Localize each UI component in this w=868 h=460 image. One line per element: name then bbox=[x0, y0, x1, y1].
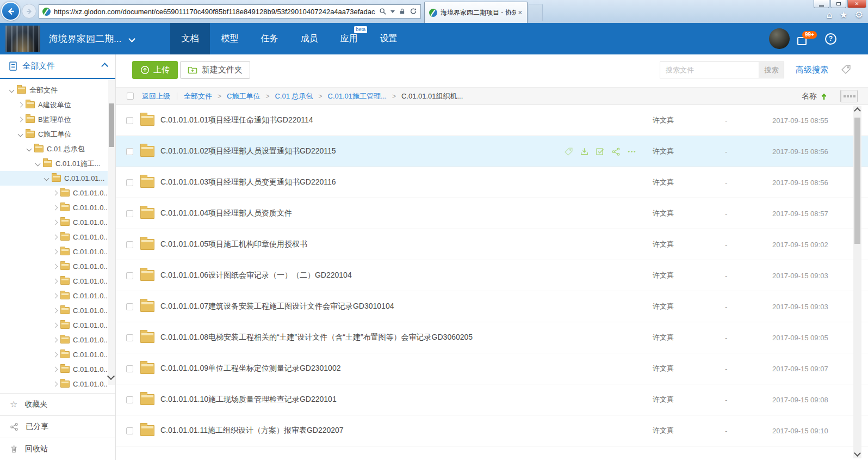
tree-item[interactable]: C.01.01.0... bbox=[0, 230, 108, 244]
file-row[interactable]: C.01.01.01.09单位工程坐标定位测量记录GD2301002许文真-20… bbox=[116, 353, 868, 384]
back-to-parent-link[interactable]: 返回上级 bbox=[142, 91, 170, 101]
scrollbar-thumb[interactable] bbox=[109, 103, 114, 147]
tree-expand-icon[interactable] bbox=[35, 161, 41, 167]
tree-expand-icon[interactable] bbox=[18, 102, 23, 108]
more-icon[interactable] bbox=[627, 147, 636, 156]
nav-tab[interactable]: 模型 bbox=[210, 23, 250, 54]
row-checkbox[interactable] bbox=[126, 179, 133, 186]
nav-tab[interactable]: 应用beta bbox=[329, 23, 369, 54]
project-thumbnail[interactable] bbox=[5, 26, 40, 52]
tree-item[interactable]: C.01.01施工... bbox=[0, 156, 108, 171]
tree-expand-icon[interactable] bbox=[53, 264, 58, 269]
tree-item[interactable]: C.01.01.0... bbox=[0, 215, 108, 230]
new-folder-button[interactable]: 新建文件夹 bbox=[180, 61, 250, 79]
tree-item[interactable]: B监理单位 bbox=[0, 112, 108, 127]
scroll-up-icon[interactable] bbox=[853, 108, 861, 113]
sort-by-name-label[interactable]: 名称 bbox=[802, 91, 817, 101]
browser-tab[interactable]: 海境界家园二期项目 - 协筑 ✕ bbox=[424, 2, 528, 23]
refresh-icon[interactable] bbox=[410, 8, 417, 15]
home-icon[interactable]: ⌂ bbox=[827, 10, 833, 20]
file-name[interactable]: C.01.01.01.10施工现场质量管理检查记录GD220101 bbox=[160, 395, 653, 404]
row-checkbox[interactable] bbox=[126, 117, 133, 124]
project-selector[interactable]: 海境界家园二期... bbox=[49, 23, 134, 54]
tree-expand-icon[interactable] bbox=[53, 308, 58, 314]
upload-button[interactable]: 上传 bbox=[132, 61, 178, 79]
tree-expand-icon[interactable] bbox=[53, 338, 58, 343]
search-input[interactable] bbox=[660, 62, 759, 78]
breadcrumb-item[interactable]: C.01 总承包 bbox=[275, 91, 313, 101]
tag-icon[interactable] bbox=[564, 147, 573, 156]
file-row[interactable]: C.01.01.01.11施工组织设计（方案）报审表GD220207许文真-20… bbox=[116, 415, 868, 446]
grid-view-button[interactable] bbox=[841, 90, 857, 102]
breadcrumb-item[interactable]: C施工单位 bbox=[227, 91, 260, 101]
tree-item[interactable]: C.01.01.0... bbox=[0, 377, 108, 391]
tab-close-icon[interactable]: ✕ bbox=[518, 9, 523, 16]
tree-expand-icon[interactable] bbox=[53, 279, 58, 284]
tree-expand-icon[interactable] bbox=[53, 235, 58, 240]
tree-item[interactable]: C.01.01.0... bbox=[0, 274, 108, 289]
row-checkbox[interactable] bbox=[126, 148, 133, 155]
window-minimize-button[interactable] bbox=[814, 0, 829, 8]
file-row[interactable]: C.01.01.01.07建筑设备安装工程施工图设计文件会审记录GD301010… bbox=[116, 291, 868, 322]
tree-item[interactable]: C施工单位 bbox=[0, 127, 108, 142]
search-icon[interactable] bbox=[379, 8, 387, 15]
tree-item[interactable]: C.01.01.0... bbox=[0, 244, 108, 259]
tree-item[interactable]: C.01.01.0... bbox=[0, 186, 108, 200]
select-all-checkbox[interactable] bbox=[127, 93, 134, 100]
row-checkbox[interactable] bbox=[126, 365, 133, 372]
tree-item[interactable]: C.01.01.0... bbox=[0, 289, 108, 303]
sidebar-scrollbar[interactable] bbox=[108, 80, 115, 385]
tree-expand-icon[interactable] bbox=[9, 88, 15, 93]
tree-item[interactable]: C.01.01.0... bbox=[0, 347, 108, 362]
file-name[interactable]: C.01.01.01.09单位工程坐标定位测量记录GD2301002 bbox=[160, 364, 653, 373]
new-tab-button[interactable] bbox=[529, 4, 543, 21]
breadcrumb-item[interactable]: C.01.01施工管理... bbox=[328, 91, 387, 101]
row-checkbox[interactable] bbox=[126, 427, 133, 434]
file-row[interactable]: C.01.01.01.08电梯安装工程相关的“土建”设计文件（含“土建”布置图等… bbox=[116, 322, 868, 353]
row-checkbox[interactable] bbox=[126, 241, 133, 248]
file-name[interactable]: C.01.01.01.05项目施工机构印章使用授权书 bbox=[160, 240, 653, 249]
tree-expand-icon[interactable] bbox=[53, 220, 58, 225]
file-row[interactable]: C.01.01.01.06设计图纸会审记录（一）（二）GD220104许文真-2… bbox=[116, 260, 868, 291]
chevron-down-icon[interactable] bbox=[390, 10, 395, 13]
tree-item[interactable]: C.01.01.0... bbox=[0, 362, 108, 377]
row-checkbox[interactable] bbox=[126, 396, 133, 403]
browser-back-button[interactable] bbox=[1, 2, 20, 21]
file-row[interactable]: C.01.01.01.02项目经理部人员设置通知书GD220115许文真-201… bbox=[116, 136, 868, 167]
sidebar-header-all-files[interactable]: 全部文件 bbox=[0, 54, 115, 79]
file-name[interactable]: C.01.01.01.04项目经理部人员资质文件 bbox=[160, 208, 653, 218]
tree-expand-icon[interactable] bbox=[27, 146, 32, 152]
advanced-search-link[interactable]: 高级搜索 bbox=[796, 65, 828, 75]
tree-expand-icon[interactable] bbox=[53, 352, 58, 358]
share-icon[interactable] bbox=[611, 147, 621, 156]
window-close-button[interactable]: ✕ bbox=[847, 0, 866, 8]
sort-ascending-icon[interactable] bbox=[821, 93, 827, 100]
favorites-star-icon[interactable]: ★ bbox=[840, 10, 848, 20]
nav-tab[interactable]: 文档 bbox=[170, 23, 210, 54]
file-name[interactable]: C.01.01.01.01项目经理任命通知书GD220114 bbox=[160, 115, 653, 125]
row-checkbox[interactable] bbox=[126, 210, 133, 217]
file-name[interactable]: C.01.01.01.08电梯安装工程相关的“土建”设计文件（含“土建”布置图等… bbox=[160, 333, 653, 342]
file-row[interactable]: C.01.01.01.01项目经理任命通知书GD220114许文真-2017-0… bbox=[116, 105, 868, 136]
tree-item[interactable]: C.01.01.0... bbox=[0, 259, 108, 274]
nav-tab[interactable]: 设置 bbox=[369, 23, 408, 54]
tree-expand-icon[interactable] bbox=[53, 249, 58, 255]
tree-item[interactable]: 全部文件 bbox=[0, 83, 108, 97]
help-icon[interactable]: ? bbox=[825, 33, 836, 45]
scroll-down-icon[interactable] bbox=[107, 372, 115, 381]
breadcrumb-item[interactable]: 全部文件 bbox=[184, 91, 212, 101]
tree-expand-icon[interactable] bbox=[18, 117, 23, 122]
settings-gear-icon[interactable]: ⚙ bbox=[855, 10, 863, 20]
file-name[interactable]: C.01.01.01.06设计图纸会审记录（一）（二）GD220104 bbox=[160, 271, 653, 280]
scrollbar-thumb[interactable] bbox=[854, 118, 860, 244]
download-icon[interactable] bbox=[580, 147, 589, 156]
nav-tab[interactable]: 任务 bbox=[250, 23, 289, 54]
tree-item[interactable]: C.01 总承包 bbox=[0, 142, 108, 156]
search-button[interactable]: 搜索 bbox=[759, 62, 784, 78]
browser-forward-button[interactable] bbox=[22, 4, 36, 19]
row-checkbox[interactable] bbox=[126, 303, 133, 310]
tree-expand-icon[interactable] bbox=[53, 293, 58, 299]
user-avatar[interactable] bbox=[769, 28, 790, 49]
tree-item[interactable]: C.01.01.0... bbox=[0, 333, 108, 347]
sidebar-item-shared[interactable]: 已分享 bbox=[0, 415, 115, 438]
